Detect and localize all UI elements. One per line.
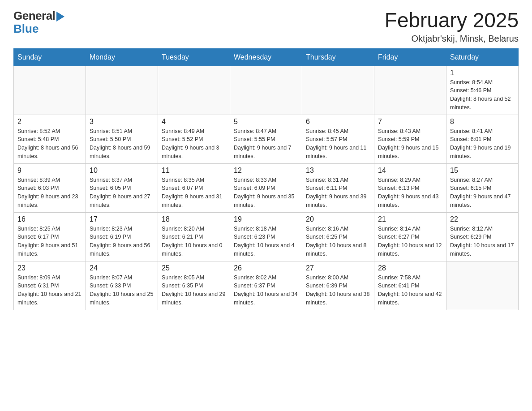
- day-cell: [86, 66, 158, 115]
- day-number: 8: [450, 118, 515, 126]
- day-info: Sunrise: 8:51 AMSunset: 5:50 PMDaylight:…: [90, 127, 154, 161]
- day-cell: 9Sunrise: 8:39 AMSunset: 6:03 PMDaylight…: [14, 163, 86, 212]
- day-cell: 12Sunrise: 8:33 AMSunset: 6:09 PMDayligh…: [230, 163, 302, 212]
- day-number: 21: [378, 215, 442, 223]
- day-info: Sunrise: 8:47 AMSunset: 5:55 PMDaylight:…: [234, 127, 298, 161]
- day-info: Sunrise: 8:29 AMSunset: 6:13 PMDaylight:…: [378, 176, 442, 210]
- weekday-header-wednesday: Wednesday: [230, 48, 302, 66]
- calendar-table: SundayMondayTuesdayWednesdayThursdayFrid…: [13, 48, 519, 310]
- day-cell: 28Sunrise: 7:58 AMSunset: 6:41 PMDayligh…: [374, 261, 446, 310]
- day-number: 2: [17, 118, 82, 126]
- week-row-5: 23Sunrise: 8:09 AMSunset: 6:31 PMDayligh…: [14, 261, 519, 310]
- logo-arrow-icon: [56, 12, 64, 21]
- day-cell: 26Sunrise: 8:02 AMSunset: 6:37 PMDayligh…: [230, 261, 302, 310]
- day-cell: 23Sunrise: 8:09 AMSunset: 6:31 PMDayligh…: [14, 261, 86, 310]
- day-info: Sunrise: 8:05 AMSunset: 6:35 PMDaylight:…: [162, 274, 226, 307]
- day-cell: [230, 66, 302, 115]
- day-cell: 19Sunrise: 8:18 AMSunset: 6:23 PMDayligh…: [230, 212, 302, 261]
- day-info: Sunrise: 8:07 AMSunset: 6:33 PMDaylight:…: [90, 274, 154, 307]
- day-cell: 1Sunrise: 8:54 AMSunset: 5:46 PMDaylight…: [446, 66, 519, 115]
- day-cell: [374, 66, 446, 115]
- day-info: Sunrise: 7:58 AMSunset: 6:41 PMDaylight:…: [378, 274, 442, 307]
- day-cell: 13Sunrise: 8:31 AMSunset: 6:11 PMDayligh…: [302, 163, 374, 212]
- day-number: 10: [90, 167, 154, 175]
- day-cell: [14, 66, 86, 115]
- day-info: Sunrise: 8:00 AMSunset: 6:39 PMDaylight:…: [306, 274, 370, 307]
- week-row-2: 2Sunrise: 8:52 AMSunset: 5:48 PMDaylight…: [14, 115, 519, 163]
- day-number: 17: [90, 215, 154, 223]
- location: Oktjabr'skij, Minsk, Belarus: [385, 34, 519, 44]
- day-info: Sunrise: 8:43 AMSunset: 5:59 PMDaylight:…: [378, 127, 442, 161]
- weekday-header-monday: Monday: [86, 48, 158, 66]
- svg-marker-0: [56, 12, 64, 21]
- day-number: 20: [306, 215, 370, 223]
- day-cell: 10Sunrise: 8:37 AMSunset: 6:05 PMDayligh…: [86, 163, 158, 212]
- day-info: Sunrise: 8:54 AMSunset: 5:46 PMDaylight:…: [450, 78, 515, 112]
- day-number: 24: [90, 264, 154, 272]
- day-cell: 4Sunrise: 8:49 AMSunset: 5:52 PMDaylight…: [158, 115, 230, 163]
- day-cell: 3Sunrise: 8:51 AMSunset: 5:50 PMDaylight…: [86, 115, 158, 163]
- day-number: 23: [17, 264, 82, 272]
- day-number: 12: [234, 167, 298, 175]
- logo-blue-text: Blue: [13, 23, 39, 34]
- day-number: 4: [162, 118, 226, 126]
- weekday-header-thursday: Thursday: [302, 48, 374, 66]
- logo: General Blue: [13, 9, 64, 34]
- day-info: Sunrise: 8:41 AMSunset: 6:01 PMDaylight:…: [450, 127, 515, 161]
- day-info: Sunrise: 8:20 AMSunset: 6:21 PMDaylight:…: [162, 225, 226, 258]
- day-cell: 14Sunrise: 8:29 AMSunset: 6:13 PMDayligh…: [374, 163, 446, 212]
- day-number: 1: [450, 69, 515, 77]
- day-cell: 2Sunrise: 8:52 AMSunset: 5:48 PMDaylight…: [14, 115, 86, 163]
- logo-general-text: General: [13, 9, 55, 23]
- day-cell: 5Sunrise: 8:47 AMSunset: 5:55 PMDaylight…: [230, 115, 302, 163]
- day-number: 6: [306, 118, 370, 126]
- day-info: Sunrise: 8:18 AMSunset: 6:23 PMDaylight:…: [234, 225, 298, 258]
- day-info: Sunrise: 8:33 AMSunset: 6:09 PMDaylight:…: [234, 176, 298, 210]
- day-info: Sunrise: 8:37 AMSunset: 6:05 PMDaylight:…: [90, 176, 154, 210]
- day-number: 19: [234, 215, 298, 223]
- day-cell: 7Sunrise: 8:43 AMSunset: 5:59 PMDaylight…: [374, 115, 446, 163]
- weekday-header-friday: Friday: [374, 48, 446, 66]
- day-info: Sunrise: 8:49 AMSunset: 5:52 PMDaylight:…: [162, 127, 226, 161]
- day-info: Sunrise: 8:31 AMSunset: 6:11 PMDaylight:…: [306, 176, 370, 210]
- day-number: 5: [234, 118, 298, 126]
- day-info: Sunrise: 8:09 AMSunset: 6:31 PMDaylight:…: [17, 274, 82, 307]
- day-cell: 25Sunrise: 8:05 AMSunset: 6:35 PMDayligh…: [158, 261, 230, 310]
- day-cell: [446, 261, 519, 310]
- day-number: 28: [378, 264, 442, 272]
- day-number: 14: [378, 167, 442, 175]
- day-number: 25: [162, 264, 226, 272]
- day-info: Sunrise: 8:23 AMSunset: 6:19 PMDaylight:…: [90, 225, 154, 258]
- day-number: 16: [17, 215, 82, 223]
- weekday-header-row: SundayMondayTuesdayWednesdayThursdayFrid…: [14, 48, 519, 66]
- day-info: Sunrise: 8:39 AMSunset: 6:03 PMDaylight:…: [17, 176, 82, 210]
- day-cell: 11Sunrise: 8:35 AMSunset: 6:07 PMDayligh…: [158, 163, 230, 212]
- title-block: February 2025 Oktjabr'skij, Minsk, Belar…: [385, 9, 519, 44]
- day-cell: [302, 66, 374, 115]
- day-number: 22: [450, 215, 515, 223]
- week-row-3: 9Sunrise: 8:39 AMSunset: 6:03 PMDaylight…: [14, 163, 519, 212]
- day-number: 9: [17, 167, 82, 175]
- day-number: 3: [90, 118, 154, 126]
- day-info: Sunrise: 8:27 AMSunset: 6:15 PMDaylight:…: [450, 176, 515, 210]
- day-info: Sunrise: 8:25 AMSunset: 6:17 PMDaylight:…: [17, 225, 82, 258]
- weekday-header-saturday: Saturday: [446, 48, 519, 66]
- day-number: 26: [234, 264, 298, 272]
- day-info: Sunrise: 8:02 AMSunset: 6:37 PMDaylight:…: [234, 274, 298, 307]
- day-cell: 27Sunrise: 8:00 AMSunset: 6:39 PMDayligh…: [302, 261, 374, 310]
- page-header: General Blue February 2025 Oktjabr'skij,…: [13, 9, 519, 44]
- week-row-4: 16Sunrise: 8:25 AMSunset: 6:17 PMDayligh…: [14, 212, 519, 261]
- day-cell: 6Sunrise: 8:45 AMSunset: 5:57 PMDaylight…: [302, 115, 374, 163]
- day-cell: 22Sunrise: 8:12 AMSunset: 6:29 PMDayligh…: [446, 212, 519, 261]
- day-number: 13: [306, 167, 370, 175]
- day-cell: 17Sunrise: 8:23 AMSunset: 6:19 PMDayligh…: [86, 212, 158, 261]
- day-cell: 21Sunrise: 8:14 AMSunset: 6:27 PMDayligh…: [374, 212, 446, 261]
- day-info: Sunrise: 8:52 AMSunset: 5:48 PMDaylight:…: [17, 127, 82, 161]
- day-info: Sunrise: 8:12 AMSunset: 6:29 PMDaylight:…: [450, 225, 515, 258]
- day-number: 18: [162, 215, 226, 223]
- day-number: 15: [450, 167, 515, 175]
- day-number: 11: [162, 167, 226, 175]
- day-cell: 16Sunrise: 8:25 AMSunset: 6:17 PMDayligh…: [14, 212, 86, 261]
- day-info: Sunrise: 8:14 AMSunset: 6:27 PMDaylight:…: [378, 225, 442, 258]
- day-info: Sunrise: 8:35 AMSunset: 6:07 PMDaylight:…: [162, 176, 226, 210]
